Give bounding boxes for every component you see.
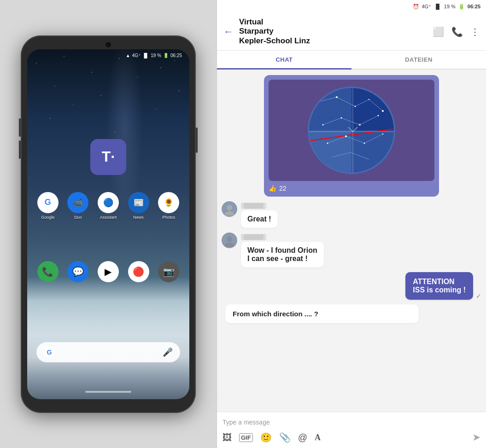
status-signal: 4G⁺	[422, 4, 432, 10]
app-google-label: Google	[41, 215, 54, 220]
app-duo[interactable]: 📹 Duo	[65, 192, 92, 220]
phone-status-bar: ▲ 4G⁺ ▐▌ 19 % 🔋 06:25	[35, 53, 182, 58]
app-google[interactable]: G Google	[35, 192, 61, 220]
app-photos-label: Photos	[162, 215, 175, 220]
svg-line-8	[346, 136, 364, 143]
tab-chat[interactable]: CHAT	[217, 51, 351, 69]
like-count: 22	[279, 185, 287, 192]
svg-line-11	[351, 152, 369, 159]
avatar-1	[222, 201, 237, 217]
phone-container: ▲ 4G⁺ ▐▌ 19 % 🔋 06:25 T· G Google	[0, 0, 217, 448]
photos-icon: 🌻	[164, 198, 174, 208]
msg-bubble-great: redacted Great !	[241, 201, 278, 228]
app-photos[interactable]: 🌻 Photos	[155, 192, 182, 220]
voice-call-button[interactable]: 📞	[451, 26, 463, 37]
duo-icon: 📹	[73, 198, 83, 208]
avatar-2	[222, 233, 237, 248]
search-bar[interactable]: G 🎤	[36, 342, 180, 362]
svg-point-25	[327, 143, 328, 144]
status-bars: ▐▌	[434, 4, 441, 9]
svg-point-24	[378, 115, 379, 116]
star-chart	[308, 87, 395, 174]
svg-line-12	[348, 127, 353, 132]
emoji-button[interactable]: 🙂	[260, 432, 272, 443]
gif-button[interactable]: GIF	[239, 433, 253, 442]
app-camera[interactable]: 📷	[155, 261, 182, 282]
app-chrome[interactable]: 🔴	[125, 261, 152, 282]
chrome-icon: 🔴	[133, 266, 144, 277]
svg-line-7	[328, 136, 346, 143]
mention-button[interactable]: @	[298, 432, 307, 443]
msg-delivered-icon: ✓	[476, 292, 481, 300]
message-input[interactable]: Type a message	[223, 417, 480, 428]
svg-point-22	[341, 117, 342, 119]
video-call-button[interactable]: ⬜	[433, 26, 444, 37]
svg-point-21	[322, 124, 324, 126]
svg-line-1	[337, 97, 355, 106]
svg-point-31	[227, 236, 232, 242]
app-play[interactable]: ▶	[95, 261, 122, 282]
chat-input-bar[interactable]: Type a message 🖼 GIF 🙂 📎 @ A ➤	[217, 412, 486, 448]
svg-line-6	[360, 116, 378, 125]
svg-point-16	[318, 101, 319, 103]
signal-icon: 4G⁺	[132, 53, 141, 58]
svg-point-30	[225, 211, 234, 215]
image-attach-button[interactable]: 🖼	[223, 432, 232, 443]
volume-down-button[interactable]	[19, 140, 21, 159]
svg-point-28	[382, 134, 384, 135]
message-iss: ATTENTION ISS is coming ! ✓	[222, 272, 481, 300]
image-message[interactable]: 👍 22	[264, 75, 439, 197]
app-phone[interactable]: 📞	[35, 261, 61, 282]
star-map-image	[269, 80, 434, 181]
app-assistant[interactable]: 🔵 Assistant	[95, 192, 122, 220]
svg-line-5	[341, 118, 360, 125]
msg-text-great: Great !	[241, 210, 278, 228]
chat-title: Virtual Starparty Kepler-School Linz	[239, 17, 427, 46]
app-assistant-label: Assistant	[100, 215, 117, 220]
like-row[interactable]: 👍 22	[269, 185, 434, 192]
svg-point-17	[336, 96, 338, 98]
teams-app-icon[interactable]: T·	[90, 139, 126, 175]
google-search-icon: G	[44, 347, 55, 358]
status-time: 06:25	[468, 4, 480, 9]
camera-icon: 📷	[163, 266, 175, 277]
back-button[interactable]: ←	[223, 26, 234, 38]
tab-dateien[interactable]: DATEIEN	[351, 51, 486, 69]
status-battery-icon: 🔋	[458, 4, 465, 10]
message-orion: redacted Wow - I found Orion I can see -…	[222, 233, 481, 268]
power-button[interactable]	[196, 128, 198, 153]
more-options-button[interactable]: ⋮	[470, 26, 480, 37]
input-actions: 🖼 GIF 🙂 📎 @ A ➤	[223, 431, 480, 443]
mic-icon[interactable]: 🎤	[163, 347, 173, 357]
format-button[interactable]: A	[315, 433, 321, 442]
svg-line-9	[364, 134, 383, 143]
thumbs-up-icon: 👍	[269, 185, 276, 192]
svg-point-19	[369, 99, 370, 100]
app-news[interactable]: 📰 News	[125, 192, 152, 220]
battery-percent: 19 %	[151, 53, 161, 58]
constellation-svg	[309, 88, 394, 173]
svg-point-29	[227, 205, 232, 210]
status-alarm: ⏰	[413, 4, 419, 10]
msg-text-orion: Wow - I found Orion I can see - great !	[241, 242, 324, 268]
assistant-icon: 🔵	[103, 198, 113, 208]
news-icon: 📰	[134, 198, 144, 208]
google-icon: G	[45, 198, 51, 207]
msg-bubble-orion: redacted Wow - I found Orion I can see -…	[241, 233, 324, 268]
messages-icon: 💬	[72, 266, 84, 277]
attachment-button[interactable]: 📎	[279, 432, 291, 443]
send-button[interactable]: ➤	[472, 431, 480, 443]
wifi-icon: ▲	[126, 53, 130, 58]
chat-header: ← Virtual Starparty Kepler-School Linz ⬜…	[217, 13, 486, 51]
svg-line-2	[355, 99, 369, 106]
svg-point-18	[355, 106, 356, 107]
home-indicator[interactable]	[85, 391, 131, 393]
app-messages[interactable]: 💬	[65, 261, 92, 282]
camera-notch	[105, 42, 111, 47]
phone-screen: ▲ 4G⁺ ▐▌ 19 % 🔋 06:25 T· G Google	[27, 49, 189, 399]
app-grid: G Google 📹 Duo 🔵 Assistant	[35, 192, 182, 220]
svg-point-27	[364, 143, 365, 144]
sender-name-1: redacted	[241, 203, 266, 209]
svg-line-3	[369, 99, 383, 111]
volume-up-button[interactable]	[19, 118, 21, 137]
